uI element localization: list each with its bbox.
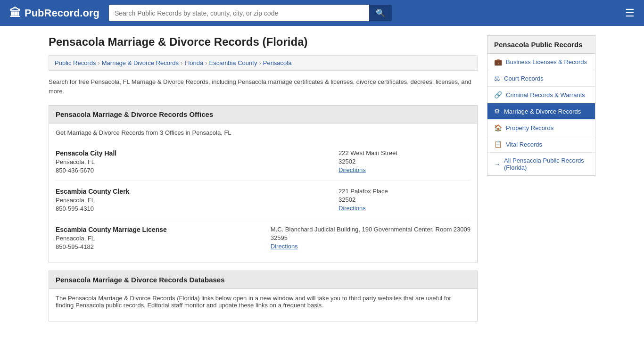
office-right-2: 221 Palafox Place 32502 Directions	[339, 188, 471, 212]
breadcrumb-sep-2: ›	[181, 59, 182, 66]
office-entry-3: Escambia County Marriage License Pensaco…	[56, 219, 471, 257]
breadcrumb: Public Records › Marriage & Divorce Reco…	[49, 55, 478, 71]
sidebar-item-business-licenses[interactable]: 💼 Business Licenses & Records	[487, 54, 595, 70]
office-right-1: 222 West Main Street 32502 Directions	[339, 149, 471, 174]
databases-intro: The Pensacola Marriage & Divorce Records…	[56, 295, 471, 309]
rings-icon: ⚙	[494, 107, 500, 115]
arrow-icon: →	[494, 161, 500, 168]
briefcase-icon: 💼	[494, 58, 502, 66]
office-right-3: M.C. Blanchard Judicial Building, 190 Go…	[271, 226, 471, 250]
sidebar-item-label-vital: Vital Records	[506, 141, 542, 148]
office-name-2: Escambia County Clerk	[56, 188, 339, 195]
office-left-1: Pensacola City Hall Pensacola, FL 850-43…	[56, 149, 339, 174]
office-street-3: M.C. Blanchard Judicial Building, 190 Go…	[271, 226, 471, 233]
logo-text: PubRecord.org	[25, 7, 99, 19]
sidebar-item-label-court: Court Records	[504, 75, 544, 82]
search-button[interactable]: 🔍	[369, 5, 392, 21]
clipboard-icon: 📋	[494, 140, 502, 148]
search-icon: 🔍	[376, 9, 385, 17]
office-phone-1: 850-436-5670	[56, 167, 339, 174]
sidebar-item-label-business: Business Licenses & Records	[506, 58, 587, 66]
office-entry-2: Escambia County Clerk Pensacola, FL 850-…	[56, 181, 471, 219]
site-header: 🏛 PubRecord.org 🔍 ☰	[0, 0, 644, 26]
sidebar-title: Pensacola Public Records	[487, 35, 595, 54]
link-icon: 🔗	[494, 91, 502, 99]
sidebar-item-court-records[interactable]: ⚖ Court Records	[487, 70, 595, 87]
breadcrumb-link-marriage-divorce[interactable]: Marriage & Divorce Records	[102, 59, 179, 66]
databases-section-header: Pensacola Marriage & Divorce Records Dat…	[49, 271, 478, 289]
directions-link-2[interactable]: Directions	[339, 205, 366, 212]
logo-icon: 🏛	[9, 7, 21, 20]
search-input[interactable]	[109, 5, 369, 21]
office-zip-2: 32502	[339, 196, 471, 203]
sidebar-item-label-property: Property Records	[506, 124, 553, 132]
office-name-1: Pensacola City Hall	[56, 149, 339, 157]
page-description: Search for free Pensacola, FL Marriage &…	[49, 77, 478, 96]
sidebar: Pensacola Public Records 💼 Business Lice…	[487, 35, 595, 329]
office-city-2: Pensacola, FL	[56, 197, 339, 204]
sidebar-item-vital-records[interactable]: 📋 Vital Records	[487, 136, 595, 153]
house-icon: 🏠	[494, 124, 502, 132]
page-title: Pensacola Marriage & Divorce Records (Fl…	[49, 35, 478, 49]
sidebar-item-label-marriage: Marriage & Divorce Records	[504, 108, 581, 115]
breadcrumb-link-escambia[interactable]: Escambia County	[209, 59, 257, 66]
menu-icon: ☰	[625, 7, 635, 19]
office-phone-2: 850-595-4310	[56, 205, 339, 212]
sidebar-item-all-records[interactable]: → All Pensacola Public Records (Florida)	[487, 153, 595, 175]
search-container: 🔍	[109, 5, 392, 21]
breadcrumb-sep-4: ›	[259, 59, 261, 66]
menu-button[interactable]: ☰	[625, 7, 635, 19]
sidebar-item-criminal-records[interactable]: 🔗 Criminal Records & Warrants	[487, 87, 595, 103]
main-container: Pensacola Marriage & Divorce Records (Fl…	[39, 26, 605, 338]
breadcrumb-link-public-records[interactable]: Public Records	[55, 59, 96, 66]
office-zip-3: 32595	[271, 234, 471, 241]
directions-link-1[interactable]: Directions	[339, 166, 366, 173]
office-street-2: 221 Palafox Place	[339, 188, 471, 195]
databases-section-body: The Pensacola Marriage & Divorce Records…	[49, 289, 478, 321]
sidebar-item-marriage-divorce[interactable]: ⚙ Marriage & Divorce Records	[487, 103, 595, 120]
office-entry-1: Pensacola City Hall Pensacola, FL 850-43…	[56, 143, 471, 181]
office-street-1: 222 West Main Street	[339, 149, 471, 156]
office-phone-3: 850-595-4182	[56, 243, 271, 250]
office-city-3: Pensacola, FL	[56, 235, 271, 242]
office-left-2: Escambia County Clerk Pensacola, FL 850-…	[56, 188, 339, 212]
scales-icon: ⚖	[494, 74, 500, 82]
directions-link-3[interactable]: Directions	[271, 243, 298, 250]
sidebar-all-label: All Pensacola Public Records (Florida)	[504, 157, 588, 171]
offices-intro: Get Marriage & Divorce Records from 3 Of…	[56, 129, 471, 136]
sidebar-item-label-criminal: Criminal Records & Warrants	[506, 91, 585, 99]
sidebar-nav: 💼 Business Licenses & Records ⚖ Court Re…	[487, 54, 595, 176]
office-left-3: Escambia County Marriage License Pensaco…	[56, 226, 271, 250]
offices-section-body: Get Marriage & Divorce Records from 3 Of…	[49, 123, 478, 263]
office-zip-1: 32502	[339, 158, 471, 165]
breadcrumb-sep-3: ›	[205, 59, 207, 66]
site-logo[interactable]: 🏛 PubRecord.org	[9, 7, 99, 20]
breadcrumb-link-florida[interactable]: Florida	[184, 59, 203, 66]
breadcrumb-sep-1: ›	[98, 59, 99, 66]
office-name-3: Escambia County Marriage License	[56, 226, 271, 233]
sidebar-item-property-records[interactable]: 🏠 Property Records	[487, 120, 595, 136]
content-area: Pensacola Marriage & Divorce Records (Fl…	[49, 35, 478, 329]
offices-section-header: Pensacola Marriage & Divorce Records Off…	[49, 105, 478, 123]
office-city-1: Pensacola, FL	[56, 158, 339, 165]
breadcrumb-link-pensacola[interactable]: Pensacola	[263, 59, 292, 66]
